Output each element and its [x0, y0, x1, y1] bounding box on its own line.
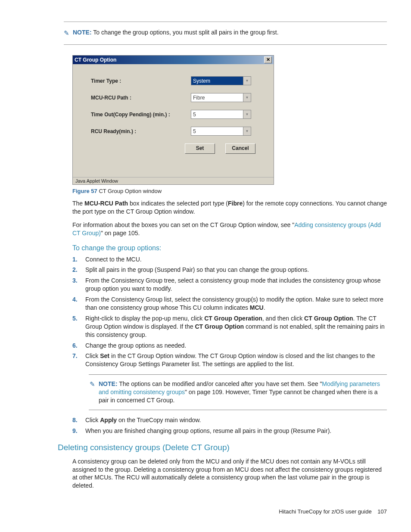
field-timeout[interactable]: 5 ▼ — [191, 110, 251, 119]
chevron-down-icon: ▼ — [243, 93, 251, 102]
value-rcu-ready: 5 — [193, 128, 196, 134]
footer-page-number: 107 — [377, 508, 387, 515]
top-rule — [64, 22, 387, 22]
ct-group-option-dialog: CT Group Option ✕ Timer Type : System ▼ … — [72, 55, 274, 185]
figure-container: CT Group Option ✕ Timer Type : System ▼ … — [72, 55, 387, 185]
step-8: Click Apply on the TrueCopy main window. — [82, 416, 387, 424]
bold-ct-group-option-2: CT Group Option — [195, 323, 244, 330]
chevron-down-icon: ▼ — [243, 110, 251, 118]
para-mcu-rcu: The MCU-RCU Path box indicates the selec… — [72, 199, 387, 216]
step-2: Split all pairs in the group (Suspend Pa… — [82, 266, 387, 274]
dialog-title: CT Group Option — [75, 57, 116, 63]
value-mcu-rcu-path: Fibre — [193, 95, 205, 101]
bold-ct-group-option: CT Group Option — [304, 315, 353, 322]
procedure-heading: To change the group options: — [72, 244, 387, 252]
procedure-list: Connect to the MCU. Split all pairs in t… — [72, 255, 387, 435]
value-timeout: 5 — [193, 112, 196, 118]
note-icon: ✎ — [90, 380, 95, 389]
page-footer: Hitachi TrueCopy for z/OS user guide 107 — [279, 508, 387, 515]
chevron-down-icon: ▼ — [243, 77, 251, 85]
row-timeout: Time Out(Copy Pending) (min.) : 5 ▼ — [91, 110, 255, 119]
step-9: When you are finished changing group opt… — [82, 427, 387, 435]
step-6: Change the group options as needed. — [82, 342, 387, 350]
row-rcu-ready: RCU Ready(min.) : 5 ▼ — [91, 127, 255, 136]
step-1: Connect to the MCU. — [82, 255, 387, 264]
label-timeout: Time Out(Copy Pending) (min.) : — [91, 112, 191, 118]
bold-ct-group-operation: CT Group Operation — [204, 315, 262, 322]
step-5: Right-click to display the pop-up menu, … — [82, 314, 387, 339]
note-text: To change the group options, you must sp… — [93, 29, 278, 36]
note-icon: ✎ — [64, 29, 69, 37]
dialog-statusbar: Java Applet Window — [73, 177, 274, 184]
dialog-body: Timer Type : System ▼ MCU-RCU Path : Fib… — [73, 64, 274, 162]
row-timer-type: Timer Type : System ▼ — [91, 76, 255, 85]
step-4: From the Consistency Group list, select … — [82, 296, 387, 312]
figure-label: Figure 57 — [72, 188, 97, 194]
field-mcu-rcu-path[interactable]: Fibre ▼ — [191, 93, 251, 102]
footer-doc-title: Hitachi TrueCopy for z/OS user guide — [279, 508, 371, 515]
bold-mcu-rcu-path: MCU-RCU Path — [84, 200, 128, 207]
note-callout: ✎ NOTE: To change the group options, you… — [64, 29, 387, 37]
step-7: Click Set in the CT Group Option window.… — [82, 352, 387, 410]
label-timer-type: Timer Type : — [91, 78, 191, 84]
figure-text: CT Group Option window — [97, 188, 162, 194]
note-body: NOTE: To change the group options, you m… — [73, 29, 279, 36]
bold-fibre: Fibre — [228, 200, 243, 207]
value-timer-type: System — [193, 78, 210, 84]
chevron-down-icon: ▼ — [243, 127, 251, 135]
bold-apply: Apply — [100, 417, 117, 423]
para-info: For information about the boxes you can … — [72, 221, 387, 237]
note-label: NOTE: — [73, 29, 92, 36]
close-icon[interactable]: ✕ — [264, 56, 272, 63]
document-page: ✎ NOTE: To change the group options, you… — [0, 0, 411, 532]
step-3: From the Consistency Group tree, select … — [82, 277, 387, 293]
cancel-button[interactable]: Cancel — [225, 143, 255, 154]
field-rcu-ready[interactable]: 5 ▼ — [191, 127, 251, 136]
row-mcu-rcu-path: MCU-RCU Path : Fibre ▼ — [91, 93, 255, 102]
dialog-button-row: Set Cancel — [185, 143, 255, 154]
field-timer-type[interactable]: System ▼ — [191, 76, 251, 85]
inline-note: ✎ NOTE: The options can be modified and/… — [89, 374, 387, 410]
figure-caption: Figure 57 CT Group Option window — [72, 187, 387, 194]
dialog-titlebar: CT Group Option ✕ — [73, 56, 274, 64]
section-heading: Deleting consistency groups (Delete CT G… — [58, 443, 387, 452]
set-button[interactable]: Set — [185, 143, 215, 154]
mid-rule — [64, 44, 387, 45]
note-label: NOTE: — [99, 380, 118, 387]
bold-mcu: MCU — [250, 304, 264, 311]
label-mcu-rcu-path: MCU-RCU Path : — [91, 95, 191, 101]
inline-note-body: NOTE: The options can be modified and/or… — [99, 380, 383, 404]
label-rcu-ready: RCU Ready(min.) : — [91, 128, 191, 134]
bold-set: Set — [100, 352, 109, 359]
section-para: A consistency group can be deleted only … — [72, 457, 387, 490]
